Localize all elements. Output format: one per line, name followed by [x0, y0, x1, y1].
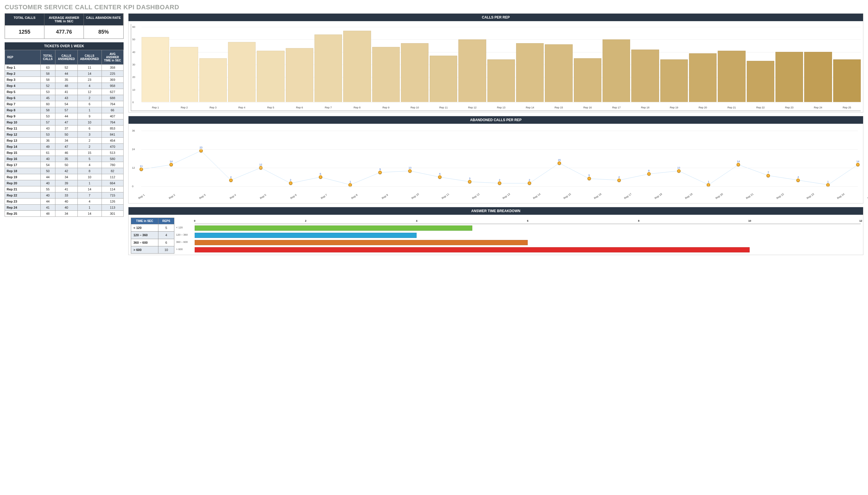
x-tick: Rep 3: [210, 106, 216, 109]
cell: 36: [40, 138, 55, 144]
data-point: [826, 183, 830, 187]
x-tick: Rep 24: [837, 192, 845, 200]
cell: 47: [55, 144, 78, 150]
x-tick: Rep 1: [152, 106, 159, 109]
bar: Rep 8: [343, 31, 371, 102]
cell: Rep 16: [5, 156, 40, 162]
x-tick: Rep 15: [555, 106, 563, 109]
x-tick: Rep 10: [410, 106, 419, 109]
x-tick: Rep 20: [715, 192, 723, 200]
y-tick: < 120: [176, 226, 183, 229]
data-point: [856, 163, 859, 166]
data-point: [199, 149, 203, 152]
cell: 57: [55, 107, 78, 113]
data-label: 7: [768, 171, 769, 174]
cell: 10: [78, 119, 101, 125]
y-tick: 120 – 360: [176, 233, 188, 236]
table-row: Rep 19443410112: [5, 174, 124, 180]
data-label: 2: [290, 178, 291, 182]
y-tick: 10: [132, 88, 135, 91]
cell: 44: [55, 71, 78, 77]
bar: Rep 5: [257, 51, 284, 102]
cell: 1: [78, 180, 101, 186]
cell: 43: [40, 125, 55, 132]
chart-answer-time-breakdown: ANSWER TIME BREAKDOWN TIME in SEC REPS <…: [128, 207, 863, 255]
cell: 5: [78, 156, 101, 162]
y-tick: > 600: [176, 248, 183, 251]
cell: Rep 20: [5, 180, 40, 186]
x-tick: Rep 9: [381, 193, 389, 200]
cell: 2: [78, 95, 101, 101]
cell: Rep 9: [5, 113, 40, 119]
data-point: [558, 161, 561, 165]
data-label: 11: [140, 165, 143, 168]
cell: Rep 1: [5, 65, 40, 71]
bar: Rep 22: [747, 61, 774, 102]
data-point: [498, 182, 501, 185]
bar: Rep 11: [430, 56, 457, 102]
cell: 34: [55, 138, 78, 144]
cell: 14: [78, 211, 101, 217]
data-label: 14: [170, 160, 173, 163]
cell: Rep 19: [5, 174, 40, 180]
x-tick: Rep 20: [699, 106, 707, 109]
cell: 44: [40, 199, 55, 205]
chart-title: ABANDONED CALLS PER REP: [129, 116, 863, 124]
cell: 853: [101, 125, 123, 132]
cell: 40: [40, 192, 55, 199]
data-point: [289, 182, 292, 185]
x-tick: Rep 8: [354, 106, 361, 109]
cell: Rep 10: [5, 119, 40, 125]
cell: 225: [101, 71, 123, 77]
x-tick: Rep 22: [756, 106, 765, 109]
table-row: Rep 1449472470: [5, 144, 124, 150]
kpi-total-value: 1255: [5, 25, 44, 38]
col-abandoned: CALLS ABANDONED: [78, 50, 101, 65]
data-point: [707, 183, 710, 187]
breakdown-table: TIME in SEC REPS < 1205120 – 3604360 – 6…: [131, 218, 174, 254]
bar: Rep 1: [142, 37, 169, 102]
table-row: Rep 1143376853: [5, 125, 124, 132]
cell: 41: [40, 205, 55, 211]
data-label: 3: [469, 177, 471, 180]
cell: 6: [78, 125, 101, 132]
cell: 12: [78, 89, 101, 95]
cell: 34: [55, 211, 78, 217]
cell: 114: [101, 186, 123, 192]
data-point: [169, 163, 173, 166]
bar: Rep 9: [372, 47, 400, 102]
cell: 688: [101, 95, 123, 101]
cell: 44: [40, 174, 55, 180]
chart-title: CALLS PER REP: [129, 14, 863, 21]
kpi-avg-label: AVERAGE ANSWER TIME in SEC: [44, 14, 84, 25]
cell: 58: [40, 71, 55, 77]
cell: Rep 5: [5, 89, 40, 95]
cell: 360 – 600: [131, 239, 159, 246]
bar: Rep 13: [487, 59, 515, 102]
y-tick: 36: [132, 129, 135, 132]
data-label: 14: [737, 160, 740, 163]
cell: 120 – 360: [131, 232, 159, 239]
data-label: 2: [499, 178, 500, 182]
cell: Rep 4: [5, 83, 40, 89]
x-tick: Rep 3: [199, 193, 206, 200]
cell: 7: [78, 192, 101, 199]
table-row: Rep 452484958: [5, 83, 124, 89]
cell: 9: [78, 113, 101, 119]
bar: Rep 20: [689, 53, 717, 102]
cell: 14: [78, 71, 101, 77]
bar: Rep 16: [574, 58, 601, 102]
data-label: 23: [200, 146, 202, 149]
table-row: 360 – 6006: [131, 239, 174, 246]
cell: < 120: [131, 224, 159, 232]
cell: 112: [101, 174, 123, 180]
x-tick: Rep 2: [168, 193, 176, 200]
data-label: 4: [230, 176, 231, 178]
cell: 40: [55, 199, 78, 205]
cell: 58: [40, 77, 55, 83]
hbar-row: 120 – 360: [195, 232, 861, 239]
data-label: 6: [320, 172, 321, 175]
hbar-row: < 120: [195, 225, 861, 231]
cell: 113: [101, 205, 123, 211]
bar: Rep 15: [545, 44, 572, 102]
